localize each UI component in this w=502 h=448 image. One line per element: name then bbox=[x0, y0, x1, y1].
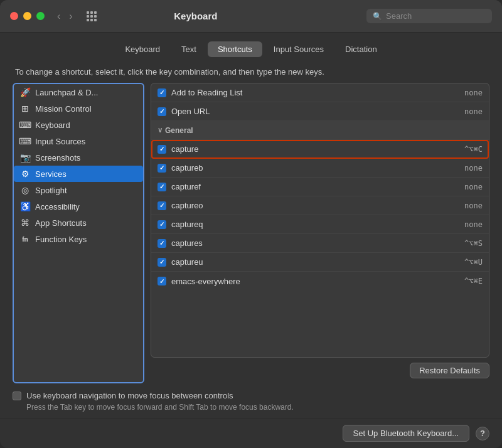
shortcut-key-emacs: ^⌥⌘E bbox=[464, 277, 483, 285]
minimize-button[interactable] bbox=[23, 12, 31, 20]
shortcut-key-reading-list: none bbox=[464, 88, 483, 97]
shortcut-key-captureq: none bbox=[464, 220, 483, 229]
shortcut-key-open-url: none bbox=[464, 107, 483, 116]
checkbox-captureo[interactable]: ✓ bbox=[158, 201, 166, 210]
shortcut-key-capture: ^⌥⌘C bbox=[464, 145, 483, 154]
shortcut-name-captureu: captureu bbox=[171, 257, 464, 267]
shortcut-name-captureb: captureb bbox=[171, 163, 464, 173]
shortcut-key-captureb: none bbox=[464, 164, 483, 173]
tab-keyboard[interactable]: Keyboard bbox=[115, 41, 170, 57]
shortcut-key-captureu: ^⌥⌘U bbox=[464, 258, 483, 267]
checkbox-capturef[interactable]: ✓ bbox=[158, 183, 166, 191]
accessibility-icon: ♿ bbox=[20, 201, 30, 211]
search-box: 🔍 bbox=[366, 9, 492, 23]
shortcut-row-captures[interactable]: ✓ captures ^⌥⌘S bbox=[151, 234, 489, 253]
section-header-general: ∨ General bbox=[151, 121, 489, 140]
sidebar-item-keyboard[interactable]: ⌨ Keyboard bbox=[14, 117, 143, 133]
shortcut-name-emacs: emacs-everywhere bbox=[171, 277, 464, 286]
sidebar-item-screenshots[interactable]: 📷 Screenshots bbox=[14, 149, 143, 166]
kb-nav-label: Use keyboard navigation to move focus be… bbox=[26, 391, 233, 400]
mission-control-icon: ⊞ bbox=[20, 104, 30, 114]
shortcut-name-capturef: capturef bbox=[171, 182, 464, 191]
shortcuts-list: ✓ Add to Reading List none ✓ Open URL no… bbox=[151, 83, 489, 358]
checkbox-emacs[interactable]: ✓ bbox=[158, 277, 166, 285]
bluetooth-keyboard-button[interactable]: Set Up Bluetooth Keyboard... bbox=[343, 425, 469, 442]
checkbox-captureb[interactable]: ✓ bbox=[158, 164, 166, 173]
shortcut-row-emacs[interactable]: ✓ emacs-everywhere ^⌥⌘E bbox=[151, 272, 489, 291]
checkbox-reading-list[interactable]: ✓ bbox=[158, 88, 166, 97]
shortcut-name-reading-list: Add to Reading List bbox=[171, 88, 464, 97]
sidebar-label-accessibility: Accessibility bbox=[35, 202, 80, 211]
tab-dictation[interactable]: Dictation bbox=[335, 41, 387, 57]
shortcut-row-captureo[interactable]: ✓ captureo none bbox=[151, 196, 489, 215]
shortcut-row-capturef[interactable]: ✓ capturef none bbox=[151, 178, 489, 196]
sidebar-label-services: Services bbox=[35, 169, 67, 179]
shortcut-name-captureq: captureq bbox=[171, 220, 464, 229]
titlebar: ‹ › Keyboard 🔍 bbox=[0, 0, 502, 33]
shortcut-row-captureq[interactable]: ✓ captureq none bbox=[151, 215, 489, 234]
checkbox-captureu[interactable]: ✓ bbox=[158, 258, 166, 267]
search-input[interactable] bbox=[386, 11, 486, 21]
sidebar-item-mission-control[interactable]: ⊞ Mission Control bbox=[14, 100, 143, 117]
sidebar: 🚀 Launchpad & D... ⊞ Mission Control ⌨ K… bbox=[13, 83, 144, 383]
tab-input-sources[interactable]: Input Sources bbox=[264, 41, 334, 57]
kb-nav-checkbox[interactable] bbox=[13, 392, 21, 400]
search-icon: 🔍 bbox=[373, 12, 382, 21]
bottom-bar: Set Up Bluetooth Keyboard... ? bbox=[0, 418, 502, 448]
shortcut-row-captureb[interactable]: ✓ captureb none bbox=[151, 159, 489, 178]
app-shortcuts-icon: ⌘ bbox=[20, 218, 30, 228]
services-icon: ⚙ bbox=[20, 169, 30, 179]
sidebar-label-input-sources: Input Sources bbox=[35, 137, 85, 146]
right-panel: ✓ Add to Reading List none ✓ Open URL no… bbox=[144, 83, 489, 383]
tabs-bar: Keyboard Text Shortcuts Input Sources Di… bbox=[0, 33, 502, 63]
shortcut-name-capture: capture bbox=[171, 144, 464, 154]
close-button[interactable] bbox=[10, 12, 18, 20]
kb-nav-desc: Press the Tab key to move focus forward … bbox=[13, 403, 489, 412]
sidebar-item-app-shortcuts[interactable]: ⌘ App Shortcuts bbox=[14, 215, 143, 231]
chevron-icon: ∨ bbox=[158, 126, 163, 134]
checkbox-captureq[interactable]: ✓ bbox=[158, 220, 166, 229]
sidebar-item-accessibility[interactable]: ♿ Accessibility bbox=[14, 198, 143, 215]
shortcut-key-captures: ^⌥⌘S bbox=[464, 239, 483, 248]
window-title: Keyboard bbox=[33, 11, 359, 21]
spotlight-icon: ◎ bbox=[20, 185, 30, 195]
sidebar-item-function-keys[interactable]: fn Function Keys bbox=[14, 231, 143, 247]
section-header-label: General bbox=[165, 126, 193, 135]
restore-btn-row: Restore Defaults bbox=[151, 358, 489, 383]
instruction-text: To change a shortcut, select it, click t… bbox=[0, 63, 502, 83]
function-keys-icon: fn bbox=[20, 234, 30, 244]
shortcut-name-open-url: Open URL bbox=[171, 107, 464, 116]
shortcut-key-captureo: none bbox=[464, 201, 483, 210]
input-sources-icon: ⌨ bbox=[20, 136, 30, 146]
restore-defaults-button[interactable]: Restore Defaults bbox=[410, 363, 489, 378]
sidebar-label-screenshots: Screenshots bbox=[35, 153, 80, 163]
sidebar-item-input-sources[interactable]: ⌨ Input Sources bbox=[14, 133, 143, 149]
shortcut-key-capturef: none bbox=[464, 183, 483, 191]
sidebar-item-launchpad[interactable]: 🚀 Launchpad & D... bbox=[14, 84, 143, 100]
shortcut-row-capture[interactable]: ✓ capture ^⌥⌘C bbox=[151, 140, 489, 159]
kb-nav-row: Use keyboard navigation to move focus be… bbox=[13, 391, 489, 400]
sidebar-label-launchpad: Launchpad & D... bbox=[35, 88, 98, 97]
sidebar-label-function-keys: Function Keys bbox=[35, 235, 87, 244]
sidebar-label-keyboard: Keyboard bbox=[35, 120, 70, 130]
tab-text[interactable]: Text bbox=[171, 41, 206, 57]
sidebar-label-app-shortcuts: App Shortcuts bbox=[35, 218, 87, 228]
tab-shortcuts[interactable]: Shortcuts bbox=[208, 41, 262, 57]
keyboard-icon: ⌨ bbox=[20, 120, 30, 130]
sidebar-item-spotlight[interactable]: ◎ Spotlight bbox=[14, 182, 143, 198]
sidebar-label-spotlight: Spotlight bbox=[35, 186, 67, 195]
checkbox-open-url[interactable]: ✓ bbox=[158, 107, 166, 116]
main-content: 🚀 Launchpad & D... ⊞ Mission Control ⌨ K… bbox=[0, 83, 502, 383]
screenshots-icon: 📷 bbox=[20, 152, 30, 163]
shortcut-name-captures: captures bbox=[171, 238, 464, 248]
shortcut-row-reading-list[interactable]: ✓ Add to Reading List none bbox=[151, 83, 489, 102]
checkbox-captures[interactable]: ✓ bbox=[158, 239, 166, 248]
sidebar-item-services[interactable]: ⚙ Services bbox=[14, 166, 143, 182]
shortcut-name-captureo: captureo bbox=[171, 201, 464, 210]
shortcut-row-captureu[interactable]: ✓ captureu ^⌥⌘U bbox=[151, 253, 489, 272]
shortcut-row-open-url[interactable]: ✓ Open URL none bbox=[151, 102, 489, 121]
window: ‹ › Keyboard 🔍 Keyboard Text Shortcuts I… bbox=[0, 0, 502, 448]
help-button[interactable]: ? bbox=[476, 427, 489, 440]
sidebar-label-mission-control: Mission Control bbox=[35, 104, 92, 114]
checkbox-capture[interactable]: ✓ bbox=[158, 145, 166, 154]
